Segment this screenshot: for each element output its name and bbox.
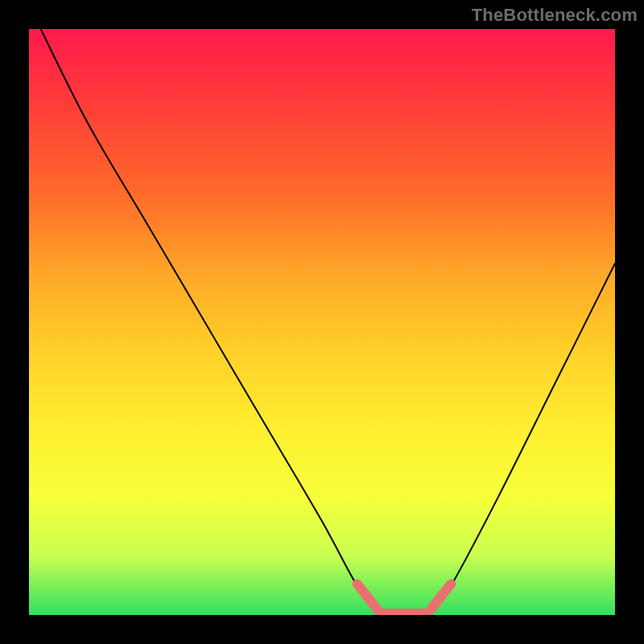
chart-curve-layer: [29, 29, 615, 615]
chart-frame: TheBottleneck.com: [0, 0, 644, 644]
chart-plot-area: [29, 29, 615, 615]
optimal-band-path: [357, 584, 452, 613]
bottleneck-curve-path: [41, 29, 615, 615]
watermark-text: TheBottleneck.com: [472, 5, 638, 26]
